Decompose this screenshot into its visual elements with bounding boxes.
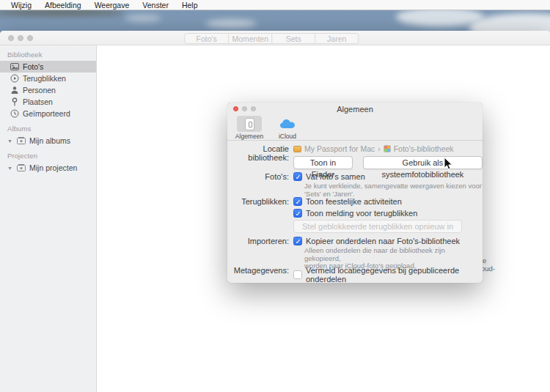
sidebar-item-terugblikken[interactable]: Terugblikken	[0, 73, 96, 84]
import-subtext-line1: Alleen onderdelen die naar de bibliothee…	[304, 247, 483, 262]
dialog-close-button[interactable]	[233, 106, 238, 111]
photos-icon	[10, 62, 19, 71]
tab-icloud[interactable]: iCloud	[270, 116, 305, 140]
import-label: Importeren:	[227, 237, 289, 245]
dialog-titlebar[interactable]: Algemeen	[227, 103, 483, 116]
general-settings-icon	[245, 118, 254, 130]
dialog-title: Algemeen	[227, 103, 483, 116]
tab-momenten[interactable]: Momenten	[228, 34, 271, 43]
disclosure-triangle-icon[interactable]: ▼	[7, 138, 13, 144]
checkbox-label: Toon melding voor terugblikken	[306, 209, 417, 218]
album-icon	[17, 136, 26, 145]
tab-sets[interactable]: Sets	[271, 34, 315, 43]
places-icon	[10, 97, 19, 106]
preferences-dialog: Algemeen Algemeen iCloud Locatie bibliot…	[227, 103, 483, 283]
dialog-toolbar: Algemeen iCloud	[227, 116, 483, 141]
desktop: Wijzig Afbeelding Weergave Venster Help …	[0, 0, 550, 392]
sidebar-item-label: Foto's	[23, 62, 43, 71]
menu-afbeelding[interactable]: Afbeelding	[38, 0, 88, 10]
sidebar-item-mijn-albums[interactable]: ▼ Mijn albums	[0, 135, 96, 147]
disclosure-triangle-icon[interactable]: ▼	[7, 166, 13, 171]
photos-label: Foto's:	[227, 172, 289, 181]
menu-weergave[interactable]: Weergave	[88, 0, 136, 10]
tab-label: Algemeen	[235, 133, 263, 140]
menu-help[interactable]: Help	[175, 0, 205, 10]
sidebar-item-label: Mijn projecten	[29, 163, 77, 172]
wallpaper-cloud	[125, 15, 161, 22]
window-titlebar[interactable]: Foto's Momenten Sets Jaren	[0, 31, 550, 45]
sidebar: Bibliotheek Foto's Terugblikken	[0, 45, 97, 392]
sidebar-item-mijn-projecten[interactable]: ▼ Mijn projecten	[0, 162, 96, 174]
menu-bar: Wijzig Afbeelding Weergave Venster Help	[0, 0, 550, 10]
clipped-background-text: oud-	[481, 265, 495, 273]
sidebar-item-label: Geïmporteerd	[23, 109, 70, 118]
include-location-checkbox[interactable]	[293, 270, 302, 279]
menu-venster[interactable]: Venster	[136, 0, 175, 10]
tab-fotos[interactable]: Foto's	[185, 34, 228, 43]
memories-icon	[10, 74, 19, 83]
sidebar-section-albums: Albums	[7, 125, 96, 133]
tab-jaren[interactable]: Jaren	[315, 34, 358, 43]
reset-blocked-memories-button: Stel geblokkeerde terugblikken opnieuw i…	[293, 220, 462, 233]
checkbox-label: Toon feestelijke activiteiten	[306, 197, 402, 206]
tab-algemeen[interactable]: Algemeen	[232, 116, 267, 140]
minimize-button[interactable]	[18, 35, 23, 41]
show-holiday-events-checkbox[interactable]	[293, 197, 302, 206]
people-icon	[10, 86, 19, 95]
photos-subtext: Je kunt verkleinde, samengevatte weergav…	[304, 182, 483, 198]
sidebar-item-plaatsen[interactable]: Plaatsen	[0, 96, 96, 108]
tab-label: iCloud	[279, 133, 296, 140]
icloud-icon	[279, 119, 296, 129]
sidebar-item-label: Plaatsen	[23, 97, 53, 106]
sidebar-item-personen[interactable]: Personen	[0, 84, 96, 96]
sidebar-item-label: Mijn albums	[29, 136, 70, 145]
path-separator: ›	[378, 145, 380, 153]
library-name: Foto's-bibliotheek	[394, 144, 454, 153]
sidebar-item-geimporteerd[interactable]: Geïmporteerd	[0, 108, 96, 119]
memories-label: Terugblikken:	[227, 197, 289, 206]
summarize-photos-checkbox[interactable]	[293, 172, 302, 181]
dialog-minimize-button	[242, 106, 247, 111]
menu-wijzig[interactable]: Wijzig	[4, 0, 38, 10]
wallpaper-cloud	[205, 19, 257, 28]
close-button[interactable]	[8, 35, 14, 41]
use-as-system-library-button[interactable]: Gebruik als systeemfotobibliotheek	[363, 156, 483, 169]
checkbox-label: Vat foto's samen	[306, 172, 365, 181]
memories-notification-checkbox[interactable]	[293, 209, 302, 218]
album-icon	[17, 163, 26, 172]
imports-clock-icon	[10, 109, 19, 118]
sidebar-item-fotos[interactable]: Foto's	[0, 61, 96, 73]
sidebar-section-projecten: Projecten	[7, 152, 96, 160]
mouse-cursor-icon	[444, 157, 453, 174]
checkbox-label: Vermeld locatiegegevens bij gepubliceerd…	[306, 266, 483, 284]
sidebar-item-label: Terugblikken	[23, 74, 66, 83]
sidebar-item-label: Personen	[23, 86, 56, 95]
copy-items-checkbox[interactable]	[293, 237, 302, 245]
external-drive-icon	[293, 146, 301, 152]
checkbox-label: Kopieer onderdelen naar Foto's-bibliothe…	[306, 237, 460, 245]
drive-name: My Passport for Mac	[304, 144, 375, 153]
show-in-finder-button[interactable]: Toon in Finder	[293, 156, 353, 169]
zoom-button[interactable]	[27, 35, 33, 41]
sidebar-section-bibliotheek: Bibliotheek	[7, 51, 96, 59]
metadata-label: Metagegevens:	[227, 266, 289, 275]
library-path: My Passport for Mac › Foto's-bibliotheek	[293, 144, 454, 153]
view-segmented-control: Foto's Momenten Sets Jaren	[184, 33, 359, 44]
photos-library-icon	[384, 145, 391, 152]
dialog-zoom-button	[251, 106, 256, 111]
